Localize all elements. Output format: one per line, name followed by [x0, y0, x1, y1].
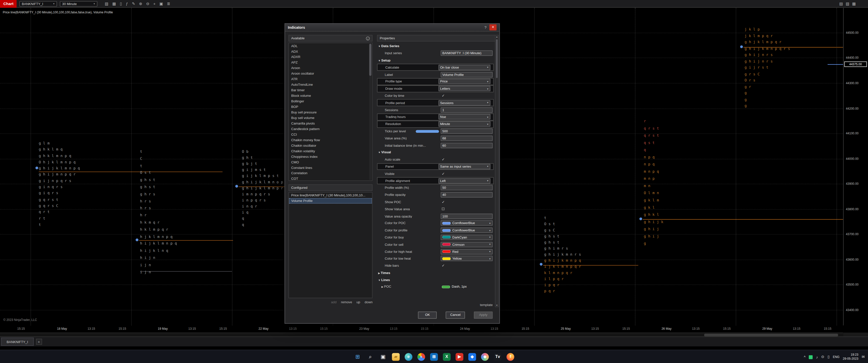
dropdown-arrow-icon[interactable]: ▼ — [489, 250, 491, 253]
volume-icon[interactable]: ♪ — [816, 355, 818, 359]
available-indicator-item[interactable]: ATR — [289, 76, 372, 82]
property-value[interactable]: Crimson ▼ — [440, 242, 493, 247]
window-properties-icon[interactable]: ▦ — [852, 1, 856, 6]
scroll-up-icon[interactable]: ▲ — [496, 35, 498, 38]
grid-layout-icon[interactable]: ▤ — [839, 1, 843, 6]
bar-spacing-icon[interactable]: ▦ — [112, 0, 116, 7]
chrome-icon[interactable]: ● — [417, 353, 425, 361]
dropdown-arrow-icon[interactable]: ▼ — [487, 179, 489, 182]
available-indicator-item[interactable]: APZ — [289, 60, 372, 65]
checkbox[interactable] — [442, 208, 444, 210]
data-box-icon[interactable]: ≣ — [167, 0, 170, 7]
property-value[interactable]: On bar close ▼ — [438, 65, 491, 70]
dropdown-arrow-icon[interactable]: ▼ — [487, 66, 489, 69]
snapshot-icon[interactable]: ▣ — [159, 0, 163, 7]
property-value[interactable]: Volume Profile ▼ — [440, 72, 493, 77]
chart-scrollbar[interactable] — [0, 332, 843, 336]
close-icon[interactable]: ✕ — [489, 25, 497, 31]
available-indicator-item[interactable]: Bar timer — [289, 88, 372, 93]
store-icon[interactable]: ⊞ — [430, 353, 438, 361]
dropdown-arrow-icon[interactable]: ▼ — [487, 165, 489, 168]
available-indicator-item[interactable]: BOP — [289, 104, 372, 110]
property-row[interactable]: Sessions 1 ▼ — [377, 106, 494, 113]
available-indicator-item[interactable]: Block volume — [289, 93, 372, 99]
property-row[interactable]: Input series BANKNIFTY_I (30 Minute) ▼ — [377, 50, 494, 57]
indicators-icon[interactable]: ƒ — [126, 0, 128, 7]
property-value[interactable]: Dash, 1px ▼ — [440, 284, 493, 290]
ninjatrader-connection-icon[interactable] — [809, 355, 813, 359]
property-row[interactable]: Color for high heat Red ▼ — [377, 248, 494, 255]
available-indicator-item[interactable]: Chaikin oscillator — [289, 143, 372, 148]
notification-icon[interactable]: ✉ — [862, 355, 865, 359]
property-value[interactable]: Red ▼ — [440, 249, 493, 254]
property-value[interactable]: Nse ▼ — [438, 114, 491, 120]
available-indicator-item[interactable]: Chaikin money flow — [289, 137, 372, 143]
scrollbar-thumb[interactable] — [704, 334, 838, 336]
ok-button[interactable]: OK — [418, 311, 437, 319]
up[interactable]: up — [356, 300, 360, 304]
property-row[interactable]: Show POC ▼ — [377, 198, 494, 205]
dropdown-arrow-icon[interactable]: ▼ — [489, 243, 491, 246]
dropdown-arrow-icon[interactable]: ▼ — [487, 123, 489, 126]
candlestick-icon[interactable]: ▯ — [120, 0, 122, 7]
add-tab-button[interactable]: + — [36, 338, 42, 344]
interval-selector[interactable]: 30 Minute ▼ — [60, 1, 98, 6]
chart-style-icon[interactable]: ▥ — [105, 0, 108, 7]
available-indicator-item[interactable]: COT — [289, 176, 372, 181]
checkbox[interactable] — [442, 171, 445, 176]
property-value[interactable]: 50 ▼ — [440, 185, 493, 191]
dropdown-arrow-icon[interactable]: ▼ — [489, 257, 491, 260]
available-indicator-item[interactable]: Candlestick pattern — [289, 126, 372, 132]
property-row[interactable]: Profile period Sessions ▼ — [377, 99, 494, 106]
scroll-down-icon[interactable]: ▼ — [496, 304, 498, 306]
excel-icon[interactable]: X — [443, 353, 451, 361]
help-icon[interactable]: ? — [485, 26, 487, 29]
price-axis[interactable]: 44500.00 44400.00 44300.00 44200.00 4410… — [843, 8, 868, 325]
property-row[interactable]: Color by time ▼ — [377, 92, 494, 99]
available-indicators-list[interactable]: ADLADXADXRAPZAroonAroon oscillatorATRAut… — [288, 43, 372, 181]
configured-indicators-list[interactable]: Price line(BANKNIFTY_I (30 Minute),100,1… — [288, 192, 372, 298]
tray-chevron-icon[interactable]: ^ — [804, 355, 806, 359]
property-row[interactable]: Setup ▼ — [377, 57, 494, 64]
property-value[interactable]: Sessions ▼ — [438, 100, 491, 106]
down[interactable]: down — [365, 300, 372, 304]
property-row[interactable]: Panel Same as input series ▼ — [377, 163, 494, 170]
language-indicator[interactable]: ENG — [833, 355, 839, 359]
property-value[interactable]: CornflowerBlue ▼ — [440, 220, 493, 226]
battery-icon[interactable]: ▯ — [828, 355, 830, 359]
property-row[interactable]: Color for low heat Yellow ▼ — [377, 255, 494, 262]
property-row[interactable]: Color for profile CornflowerBlue ▼ — [377, 227, 494, 234]
taskbar-clock[interactable]: 19:23 29-05-2023 — [843, 353, 859, 361]
property-row[interactable]: Trading hours Nse ▼ — [377, 113, 494, 121]
property-row[interactable]: Auto scale ▼ — [377, 156, 494, 163]
available-indicator-item[interactable]: Choppiness index — [289, 154, 372, 159]
properties-scrollbar[interactable]: ▲ ▼ — [495, 35, 499, 307]
cancel-button[interactable]: Cancel — [446, 311, 465, 319]
checkbox[interactable] — [442, 157, 445, 162]
property-value[interactable]: ▼ — [440, 199, 493, 205]
available-indicator-item[interactable]: Buy sell pressure — [289, 110, 372, 115]
available-indicator-item[interactable]: CMO — [289, 159, 372, 165]
file-explorer-icon[interactable]: ▰ — [392, 353, 400, 361]
property-value[interactable]: DarkCyan ▼ — [440, 235, 493, 240]
info-icon[interactable]: i — [366, 36, 370, 40]
photos-icon[interactable]: ◈ — [481, 353, 489, 361]
property-row[interactable]: Show Value area ▼ — [377, 205, 494, 212]
property-value[interactable]: ▼ — [440, 93, 493, 99]
dropdown-arrow-icon[interactable]: ▼ — [487, 101, 489, 104]
available-indicator-item[interactable]: Buy sell volume — [289, 115, 372, 121]
property-row[interactable]: Initial balance time (in min... 60 ▼ — [377, 142, 494, 149]
dialog-title-bar[interactable]: Indicators ? ✕ — [285, 24, 499, 32]
checkbox[interactable] — [442, 263, 445, 268]
zoom-in-icon[interactable]: ⊕ — [139, 0, 142, 7]
property-row[interactable]: Label Volume Profile ▼ — [377, 71, 494, 78]
property-row[interactable]: Lines ▼ — [377, 276, 494, 283]
checkbox[interactable] — [442, 200, 445, 204]
property-value[interactable]: Price ▼ — [438, 79, 491, 85]
slider-pill[interactable] — [416, 130, 439, 133]
property-row[interactable]: Color for POC CornflowerBlue ▼ — [377, 220, 494, 227]
property-value[interactable]: Left ▼ — [438, 178, 491, 184]
property-value[interactable]: Minute ▼ — [438, 121, 491, 127]
search-button[interactable]: ⌕ — [366, 353, 374, 361]
property-row[interactable]: Hide bars ▼ — [377, 262, 494, 269]
